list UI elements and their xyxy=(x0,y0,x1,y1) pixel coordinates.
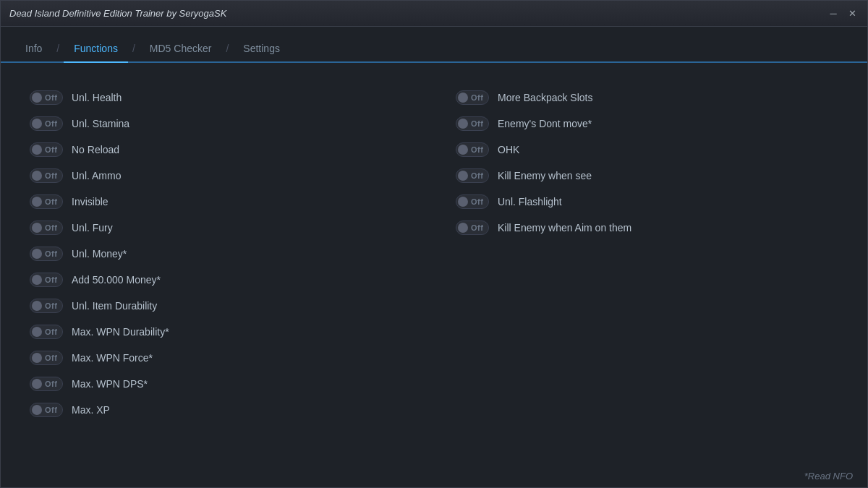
toggle-knob xyxy=(32,275,42,285)
toggle-switch[interactable]: Off xyxy=(456,221,489,235)
toggle-label: Off xyxy=(471,93,483,102)
toggle-label: Off xyxy=(45,328,57,336)
toggle-switch[interactable]: Off xyxy=(456,142,489,157)
toggle-switch[interactable]: Off xyxy=(30,273,63,287)
main-window: Dead Island Definitive Edition Trainer b… xyxy=(0,0,868,488)
toggle-label: Off xyxy=(471,223,483,232)
toggle-switch[interactable]: Off xyxy=(30,116,63,131)
tab-separator-2: / xyxy=(132,43,135,61)
functions-grid: OffUnl. HealthOffUnl. StaminaOffNo Reloa… xyxy=(30,85,838,423)
tab-bar: Info / Functions / MD5 Checker / Setting… xyxy=(1,27,867,63)
window-title: Dead Island Definitive Edition Trainer b… xyxy=(9,8,226,19)
function-name: Unl. Fury xyxy=(72,222,113,234)
function-item: OffAdd 50.000 Money* xyxy=(30,267,412,293)
function-item: OffUnl. Item Durability xyxy=(30,293,412,319)
function-name: Unl. Stamina xyxy=(72,118,129,129)
toggle-knob xyxy=(458,223,468,233)
function-item: OffUnl. Ammo xyxy=(30,163,412,189)
toggle-knob xyxy=(32,145,42,155)
toggle-label: Off xyxy=(45,197,57,206)
tab-info[interactable]: Info xyxy=(15,37,52,61)
toggle-knob xyxy=(32,223,42,233)
toggle-label: Off xyxy=(471,197,483,206)
tab-functions[interactable]: Functions xyxy=(64,37,128,63)
function-item: OffKill Enemy when Aim on them xyxy=(456,215,838,241)
function-name: Unl. Money* xyxy=(72,248,127,260)
function-item: OffUnl. Health xyxy=(30,85,412,111)
toggle-switch[interactable]: Off xyxy=(30,142,63,157)
function-item: OffOHK xyxy=(456,137,838,163)
toggle-label: Off xyxy=(45,380,57,388)
function-item: OffUnl. Stamina xyxy=(30,111,412,137)
function-item: OffMore Backpack Slots xyxy=(456,85,838,111)
close-button[interactable]: ✕ xyxy=(846,7,859,20)
toggle-switch[interactable]: Off xyxy=(30,377,63,391)
function-item: OffMax. XP xyxy=(30,397,412,423)
toggle-switch[interactable]: Off xyxy=(30,351,63,365)
toggle-knob xyxy=(32,327,42,337)
function-item: OffMax. WPN Durability* xyxy=(30,319,412,345)
tab-separator-3: / xyxy=(226,43,229,61)
toggle-knob xyxy=(32,405,42,415)
toggle-knob xyxy=(32,197,42,207)
toggle-label: Off xyxy=(471,171,483,180)
toggle-label: Off xyxy=(45,301,57,310)
function-item: OffInvisible xyxy=(30,189,412,215)
function-name: Unl. Item Durability xyxy=(72,300,157,312)
toggle-label: Off xyxy=(471,119,483,128)
function-item: OffKill Enemy when see xyxy=(456,163,838,189)
toggle-switch[interactable]: Off xyxy=(456,168,489,183)
toggle-switch[interactable]: Off xyxy=(30,325,63,339)
function-item: OffUnl. Flashlight xyxy=(456,189,838,215)
toggle-switch[interactable]: Off xyxy=(30,221,63,235)
function-item: OffUnl. Money* xyxy=(30,241,412,267)
function-name: Max. XP xyxy=(72,404,110,416)
toggle-switch[interactable]: Off xyxy=(30,168,63,183)
footer-note: *Read NFO xyxy=(804,471,853,481)
toggle-label: Off xyxy=(45,223,57,232)
function-name: Kill Enemy when see xyxy=(498,170,592,181)
function-name: Max. WPN DPS* xyxy=(72,378,148,390)
function-name: OHK xyxy=(498,144,519,155)
toggle-label: Off xyxy=(45,119,57,128)
toggle-knob xyxy=(32,93,42,103)
toggle-knob xyxy=(32,353,42,363)
toggle-label: Off xyxy=(45,406,57,414)
toggle-knob xyxy=(32,301,42,311)
toggle-knob xyxy=(458,171,468,181)
toggle-label: Off xyxy=(45,275,57,284)
function-name: Invisible xyxy=(72,196,109,207)
toggle-label: Off xyxy=(45,354,57,362)
tab-settings[interactable]: Settings xyxy=(233,37,290,61)
toggle-label: Off xyxy=(45,249,57,258)
function-item: OffMax. WPN DPS* xyxy=(30,371,412,397)
toggle-knob xyxy=(458,93,468,103)
function-item: OffMax. WPN Force* xyxy=(30,345,412,371)
toggle-switch[interactable]: Off xyxy=(30,299,63,313)
footer: *Read NFO xyxy=(1,465,867,487)
function-name: Unl. Health xyxy=(72,92,122,103)
toggle-knob xyxy=(32,379,42,389)
toggle-label: Off xyxy=(471,145,483,154)
function-name: Max. WPN Durability* xyxy=(72,326,169,338)
toggle-knob xyxy=(458,145,468,155)
toggle-label: Off xyxy=(45,171,57,180)
toggle-switch[interactable]: Off xyxy=(456,194,489,209)
toggle-label: Off xyxy=(45,93,57,102)
toggle-switch[interactable]: Off xyxy=(30,247,63,261)
function-name: Unl. Flashlight xyxy=(498,196,562,207)
function-name: Unl. Ammo xyxy=(72,170,121,181)
toggle-switch[interactable]: Off xyxy=(30,90,63,105)
tab-md5checker[interactable]: MD5 Checker xyxy=(140,37,222,61)
toggle-switch[interactable]: Off xyxy=(456,116,489,131)
function-item: OffEnemy's Dont move* xyxy=(456,111,838,137)
tab-separator-1: / xyxy=(56,43,59,61)
functions-right-column: OffMore Backpack SlotsOffEnemy's Dont mo… xyxy=(456,85,838,423)
function-name: Enemy's Dont move* xyxy=(498,118,592,129)
toggle-switch[interactable]: Off xyxy=(30,194,63,209)
toggle-switch[interactable]: Off xyxy=(30,403,63,417)
toggle-knob xyxy=(32,249,42,259)
minimize-button[interactable]: ─ xyxy=(827,7,840,20)
functions-left-column: OffUnl. HealthOffUnl. StaminaOffNo Reloa… xyxy=(30,85,412,423)
toggle-switch[interactable]: Off xyxy=(456,90,489,105)
